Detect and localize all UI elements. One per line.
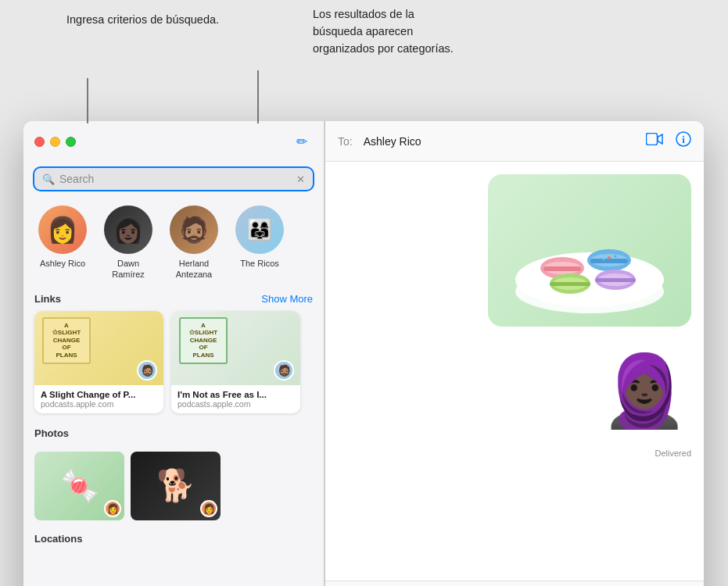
avatar-herland: 🧔🏽 [170, 205, 218, 254]
macaron-emoji: 🍬 [60, 467, 99, 504]
link-card-info-2: I'm Not as Free as I... podcasts.apple.c… [171, 385, 300, 413]
link-card-image-1: A✩SLIGHTCHANGEOFPLANS 🧔🏽 [34, 311, 163, 385]
contact-dawn[interactable]: 👩🏿 DawnRamírez [100, 205, 156, 280]
contact-herland[interactable]: 🧔🏽 HerlandAntezana [166, 205, 222, 280]
svg-point-20 [603, 259, 605, 261]
photos-section-title: Photos [34, 427, 69, 439]
photo-thumb-1[interactable]: 🍬 👩 [34, 452, 124, 520]
contact-name-ashley: Ashley Rico [40, 258, 85, 269]
chat-header-icons: i [646, 131, 691, 151]
link-card-2[interactable]: A✩SLIGHTCHANGEOFPLANS 🧔🏽 I'm Not as Free… [171, 311, 300, 413]
search-bar[interactable]: 🔍 Search ✕ [33, 166, 314, 191]
titlebar: ✏ [23, 121, 324, 162]
minimize-button[interactable] [50, 137, 60, 147]
search-input[interactable]: Search [59, 173, 292, 185]
contact-ashley[interactable]: 👩 Ashley Rico [34, 205, 91, 280]
avatar-dawn: 👩🏿 [104, 205, 152, 254]
left-annotation: Ingresa criterios de búsqueda. [66, 12, 219, 29]
links-section-title: Links [34, 293, 61, 305]
photos-section-header: Photos [23, 424, 324, 445]
svg-rect-15 [550, 282, 590, 286]
svg-point-21 [615, 255, 617, 258]
memoji-bubble: 🧕🏿 [597, 336, 691, 445]
contacts-row: 👩 Ashley Rico 👩🏿 DawnRamírez 🧔🏽 HerlandA… [23, 199, 324, 290]
sidebar: ✏ 🔍 Search ✕ 👩 Ashley Rico 👩🏿 DawnRamíre… [23, 121, 325, 586]
memoji-emoji: 🧕🏿 [601, 350, 688, 432]
contact-name-herland: HerlandAntezana [176, 258, 212, 280]
link-card-1[interactable]: A✩SLIGHTCHANGEOFPLANS 🧔🏽 A Slight Change… [34, 311, 163, 413]
search-icon: 🔍 [42, 173, 55, 185]
podcast-note-2: A✩SLIGHTCHANGEOFPLANS [179, 317, 228, 364]
chat-recipient: Ashley Rico [364, 135, 638, 148]
link-domain-2: podcasts.apple.com [178, 399, 294, 409]
svg-rect-9 [543, 266, 581, 271]
photos-grid: 🍬 👩 🐕 👩 [23, 452, 324, 530]
link-card-info-1: A Slight Change of P... podcasts.apple.c… [34, 385, 163, 413]
search-clear-icon[interactable]: ✕ [296, 173, 305, 185]
close-button[interactable] [34, 137, 45, 147]
podcast-note-1: A✩SLIGHTCHANGEOFPLANS [42, 317, 91, 364]
podcast-avatar-overlay-1: 🧔🏽 [137, 360, 157, 381]
macarons-svg [500, 182, 680, 319]
svg-point-22 [607, 254, 609, 256]
photo-thumb-2[interactable]: 🐕 👩 [131, 452, 221, 520]
image-message-macarons [488, 174, 691, 327]
link-title-2: I'm Not as Free as I... [178, 390, 294, 399]
delivered-label: Delivered [655, 448, 691, 458]
macarons-image-bubble [488, 174, 691, 327]
traffic-lights [34, 137, 76, 147]
contact-name-ricos: The Ricos [240, 258, 279, 269]
contact-ricos[interactable]: 👨‍👩‍👧 The Ricos [231, 205, 288, 280]
video-call-button[interactable] [646, 133, 663, 149]
photo-avatar-2: 👩 [200, 500, 217, 517]
compose-button[interactable]: ✏ [291, 130, 313, 152]
avatar-ashley: 👩 [38, 205, 87, 254]
right-annotation: Los resultados de labúsqueda aparecenorg… [313, 6, 454, 57]
chat-input-bar: A iMessage [325, 581, 704, 586]
svg-rect-2 [647, 134, 658, 145]
svg-rect-18 [595, 278, 636, 282]
memoji-message: 🧕🏿 Delivered [597, 336, 691, 458]
links-section-header: Links Show More [23, 290, 324, 311]
locations-section-header: Locations [23, 530, 324, 549]
contact-name-dawn: DawnRamírez [112, 258, 145, 280]
maximize-button[interactable] [66, 137, 76, 147]
chat-header: To: Ashley Rico i [325, 121, 704, 162]
svg-text:i: i [682, 134, 685, 145]
locations-section-title: Locations [34, 533, 82, 545]
svg-point-19 [608, 256, 611, 259]
podcast-avatar-overlay-2: 🧔🏽 [274, 360, 294, 381]
chat-messages: 🧕🏿 Delivered [325, 162, 704, 581]
link-domain-1: podcasts.apple.com [41, 399, 157, 409]
dog-emoji: 🐕 [156, 467, 195, 504]
link-title-1: A Slight Change of P... [41, 390, 157, 399]
links-grid: A✩SLIGHTCHANGEOFPLANS 🧔🏽 A Slight Change… [23, 311, 324, 424]
link-card-image-2: A✩SLIGHTCHANGEOFPLANS 🧔🏽 [171, 311, 300, 385]
info-button[interactable]: i [676, 131, 691, 151]
show-more-button[interactable]: Show More [261, 293, 313, 305]
chat-to-label: To: [338, 135, 353, 148]
photo-avatar-1: 👩 [104, 500, 121, 517]
chat-panel: To: Ashley Rico i [325, 121, 704, 586]
avatar-ricos: 👨‍👩‍👧 [235, 205, 284, 254]
